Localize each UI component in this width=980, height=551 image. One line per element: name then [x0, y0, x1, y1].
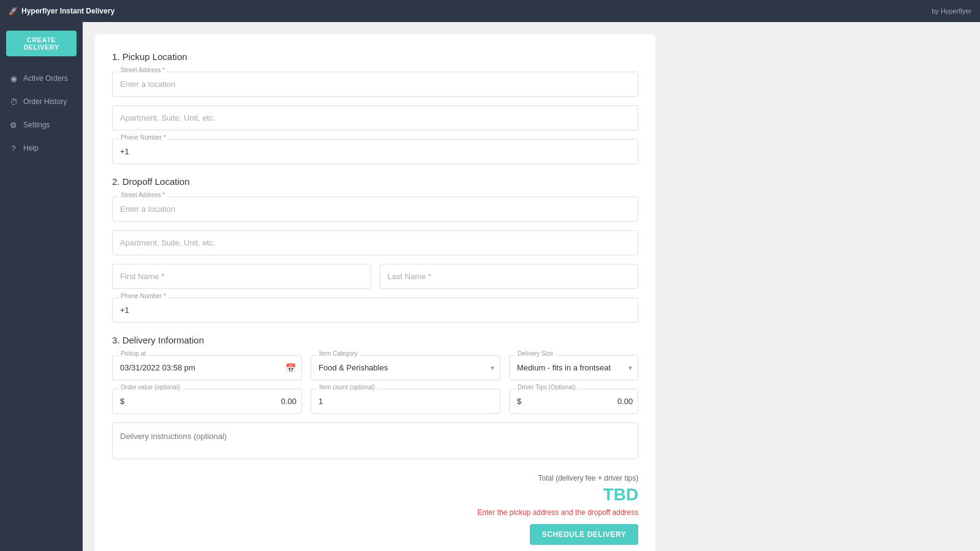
order-value-label: Order value (optional) [118, 384, 183, 391]
item-count-input[interactable] [311, 389, 500, 414]
schedule-delivery-button[interactable]: SCHEDULE DELIVERY [530, 524, 638, 545]
pickup-street-label: Street Address * [118, 67, 167, 73]
sidebar-item-order-history[interactable]: ⏱ Order History [0, 91, 83, 113]
error-message: Enter the pickup address and the dropoff… [112, 508, 638, 517]
delivery-size-select[interactable]: Small - fits in a backpack Medium - fits… [509, 355, 638, 380]
order-value-input[interactable] [128, 389, 301, 413]
dropoff-first-name-group [112, 264, 371, 289]
item-count-label: Item count (optional) [317, 384, 377, 391]
driver-tips-label: Driver Tips (Optional) [515, 384, 578, 391]
driver-tips-prefix: $ [510, 389, 525, 413]
order-value-prefix: $ [113, 389, 128, 413]
delivery-size-select-wrap: Small - fits in a backpack Medium - fits… [509, 355, 638, 380]
total-section: Total (delivery fee + driver tips) TBD E… [112, 474, 638, 545]
dropoff-last-name-group [380, 264, 639, 289]
sidebar-label-order-history: Order History [23, 97, 67, 106]
pickup-street-address-group: Street Address * [112, 72, 638, 97]
top-bar-by: by Hyperflyer [932, 7, 971, 15]
delivery-size-group: Delivery Size Small - fits in a backpack… [509, 355, 638, 380]
delivery-size-label: Delivery Size [515, 350, 556, 357]
active-orders-icon: ◉ [9, 73, 18, 83]
driver-tips-group: Driver Tips (Optional) $ [509, 389, 638, 414]
pickup-phone-group: Phone Number * [112, 139, 638, 164]
pickup-street-input[interactable] [112, 72, 638, 97]
pickup-at-input-wrap: 📅 [112, 355, 302, 380]
dropoff-phone-label: Phone Number * [118, 293, 168, 299]
pickup-apt-input[interactable] [112, 105, 638, 130]
form-card: 1. Pickup Location Street Address * Phon… [95, 34, 655, 551]
item-category-select[interactable]: Food & Perishables Electronics Documents… [311, 355, 500, 380]
driver-tips-input[interactable] [525, 389, 638, 413]
dropoff-first-name-input[interactable] [112, 264, 371, 289]
sidebar-item-help[interactable]: ? Help [0, 137, 83, 159]
pickup-section: 1. Pickup Location Street Address * Phon… [112, 51, 638, 164]
pickup-apt-group [112, 105, 638, 130]
create-delivery-button[interactable]: CREATE DELIVERY [6, 31, 77, 56]
dropoff-last-name-input[interactable] [380, 264, 639, 289]
pickup-phone-input[interactable] [112, 139, 638, 164]
total-label: Total (delivery fee + driver tips) [112, 474, 638, 482]
dropoff-section: 2. Dropoff Location Street Address * [112, 176, 638, 323]
total-value: TBD [112, 485, 638, 504]
sidebar-label-help: Help [23, 144, 39, 152]
settings-icon: ⚙ [9, 120, 18, 130]
delivery-instructions-group [112, 422, 638, 462]
sidebar-item-active-orders[interactable]: ◉ Active Orders [0, 67, 83, 89]
item-category-group: Item Category Food & Perishables Electro… [311, 355, 500, 380]
sidebar-nav: ◉ Active Orders ⏱ Order History ⚙ Settin… [0, 65, 83, 162]
dropoff-phone-group: Phone Number * [112, 298, 638, 323]
dropoff-section-title: 2. Dropoff Location [112, 176, 638, 187]
delivery-instructions-input[interactable] [112, 422, 638, 459]
item-count-group: Item count (optional) [311, 389, 500, 414]
dropoff-apt-input[interactable] [112, 230, 638, 255]
dropoff-street-address-group: Street Address * [112, 197, 638, 222]
top-bar: 🚀 Hyperflyer Instant Delivery by Hyperfl… [0, 0, 980, 22]
sidebar-label-active-orders: Active Orders [23, 74, 68, 83]
delivery-row-2: Order value (optional) $ Item count (opt… [112, 389, 638, 414]
delivery-row-1: Pickup at 📅 Item Category Food & Perisha… [112, 355, 638, 380]
dropoff-phone-input[interactable] [112, 298, 638, 323]
order-value-group: Order value (optional) $ [112, 389, 302, 414]
pickup-at-input[interactable] [112, 355, 302, 380]
sidebar-item-settings[interactable]: ⚙ Settings [0, 114, 83, 136]
dropoff-street-label: Street Address * [118, 192, 167, 198]
pickup-section-title: 1. Pickup Location [112, 51, 638, 62]
main-content: 1. Pickup Location Street Address * Phon… [83, 22, 668, 551]
item-category-select-wrap: Food & Perishables Electronics Documents… [311, 355, 500, 380]
top-bar-logo: 🚀 Hyperflyer Instant Delivery [9, 7, 115, 15]
order-history-icon: ⏱ [9, 97, 18, 107]
dropoff-name-row [112, 264, 638, 289]
help-icon: ? [9, 143, 18, 153]
driver-tips-input-wrap: $ [509, 389, 638, 414]
pickup-at-label: Pickup at [118, 350, 148, 357]
dropoff-apt-group [112, 230, 638, 255]
item-category-label: Item Category [317, 350, 360, 357]
order-value-input-wrap: $ [112, 389, 302, 414]
sidebar: CREATE DELIVERY ◉ Active Orders ⏱ Order … [0, 22, 83, 551]
sidebar-label-settings: Settings [23, 121, 50, 129]
pickup-phone-label: Phone Number * [118, 134, 168, 141]
logo-icon: 🚀 [9, 7, 18, 15]
dropoff-street-input[interactable] [112, 197, 638, 222]
delivery-section: 3. Delivery Information Pickup at 📅 Item… [112, 335, 638, 462]
pickup-at-group: Pickup at 📅 [112, 355, 302, 380]
logo-text: Hyperflyer Instant Delivery [21, 7, 115, 15]
delivery-section-title: 3. Delivery Information [112, 335, 638, 345]
